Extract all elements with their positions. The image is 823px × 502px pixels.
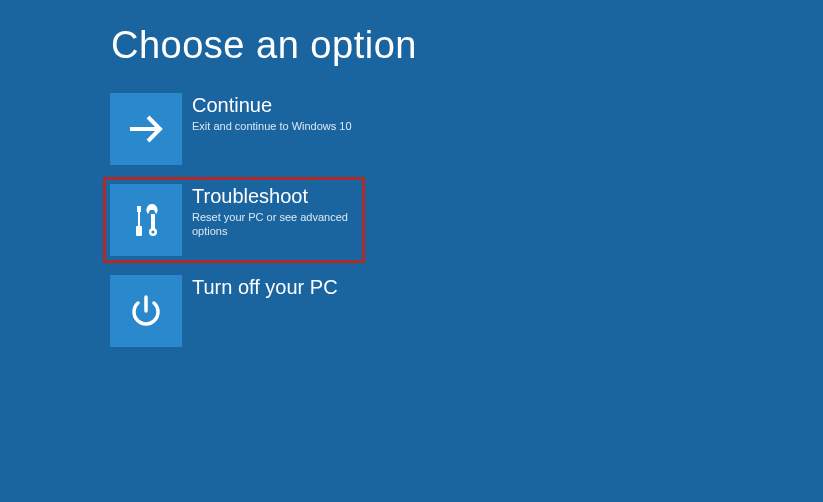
svg-rect-1 (137, 206, 141, 212)
option-turnoff[interactable]: Turn off your PC (106, 271, 368, 351)
option-troubleshoot-text: Troubleshoot Reset your PC or see advanc… (182, 184, 358, 239)
option-continue-desc: Exit and continue to Windows 10 (192, 119, 352, 133)
continue-tile (110, 93, 182, 165)
page-title: Choose an option (0, 0, 823, 89)
options-list: Continue Exit and continue to Windows 10 (0, 89, 823, 351)
svg-rect-4 (151, 214, 155, 230)
tools-icon (124, 198, 168, 242)
option-troubleshoot-title: Troubleshoot (192, 184, 358, 208)
arrow-right-icon (124, 107, 168, 151)
option-troubleshoot[interactable]: Troubleshoot Reset your PC or see advanc… (103, 177, 365, 263)
turnoff-tile (110, 275, 182, 347)
option-continue-text: Continue Exit and continue to Windows 10 (182, 93, 352, 133)
option-turnoff-text: Turn off your PC (182, 275, 338, 301)
option-troubleshoot-desc: Reset your PC or see advanced options (192, 210, 358, 239)
svg-point-6 (152, 231, 155, 234)
option-continue-title: Continue (192, 93, 352, 117)
option-turnoff-title: Turn off your PC (192, 275, 338, 299)
svg-rect-2 (138, 212, 140, 226)
power-icon (124, 289, 168, 333)
option-continue[interactable]: Continue Exit and continue to Windows 10 (106, 89, 368, 169)
svg-rect-3 (136, 226, 142, 236)
troubleshoot-tile (110, 184, 182, 256)
